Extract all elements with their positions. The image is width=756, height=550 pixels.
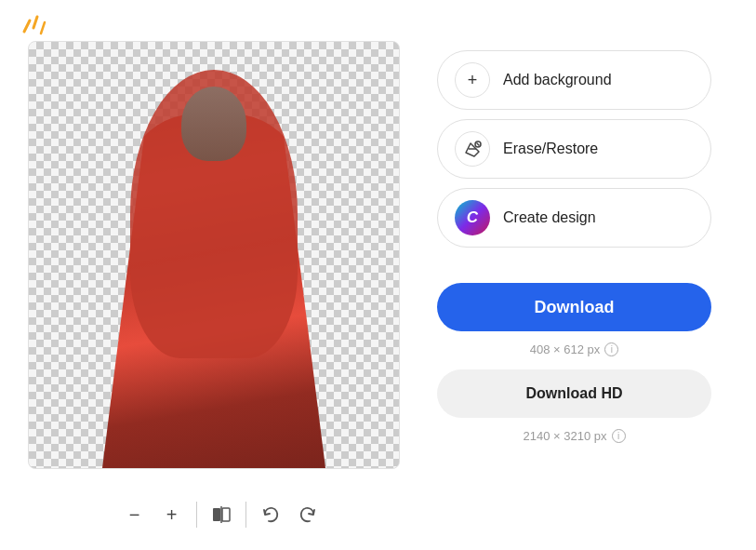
erase-restore-label: Erase/Restore [503,141,598,157]
svg-rect-6 [213,508,220,521]
redo-button[interactable] [291,498,325,531]
add-background-button[interactable]: + Add background [437,50,711,110]
spacer [437,257,728,274]
download-button[interactable]: Download [437,283,711,331]
download-hd-button[interactable]: Download HD [437,369,711,418]
image-preview-canvas [28,41,400,469]
right-panel: + Add background Erase/Restore C Create … [437,41,728,443]
create-design-label: Create design [503,209,596,226]
zoom-out-button[interactable]: − [118,498,152,531]
compare-icon [211,504,232,525]
main-dimensions-text: 408 × 612 px [530,342,601,356]
svg-line-1 [33,17,37,28]
svg-line-5 [477,143,480,146]
zoom-in-icon: + [166,504,178,526]
add-background-label: Add background [503,72,612,88]
download-hd-dimensions: 2140 × 3210 px i [437,429,711,443]
download-dimensions: 408 × 612 px i [437,342,711,356]
zoom-in-button[interactable]: + [155,498,189,531]
erase-restore-button[interactable]: Erase/Restore [437,119,711,179]
main-info-icon[interactable]: i [604,342,618,356]
compare-controls [205,498,238,531]
main-layout: + Add background Erase/Restore C Create … [0,0,756,469]
zoom-out-icon: − [129,504,140,526]
erase-restore-icon [455,131,490,167]
redo-icon [298,504,318,525]
hd-info-icon[interactable]: i [612,429,626,443]
svg-rect-7 [222,508,230,521]
svg-line-0 [24,20,30,32]
toolbar-divider-1 [196,502,197,528]
history-controls [254,498,325,531]
compare-button[interactable] [205,498,238,531]
hd-dimensions-text: 2140 × 3210 px [524,429,607,443]
bottom-toolbar: − + [0,498,442,531]
zoom-controls: − + [118,498,189,531]
create-design-button[interactable]: C Create design [437,188,711,248]
add-background-icon: + [455,62,490,98]
woman-head [181,87,246,161]
undo-button[interactable] [254,498,287,531]
undo-icon [260,504,281,525]
canva-icon: C [455,200,490,235]
svg-line-2 [41,22,45,34]
toolbar-divider-2 [245,502,246,528]
